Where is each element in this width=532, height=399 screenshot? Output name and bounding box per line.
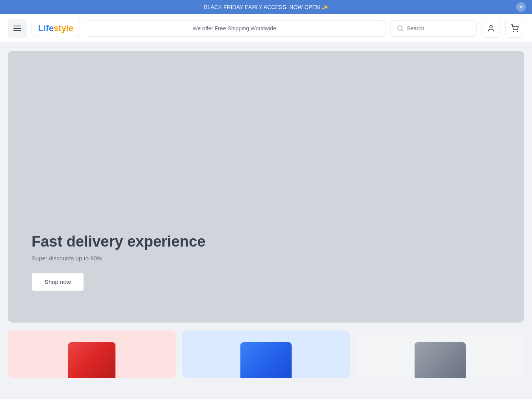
svg-point-2 [490,26,493,28]
cart-icon [511,24,519,32]
search-input[interactable] [407,25,470,32]
search-box[interactable] [390,20,477,37]
hero-content: Fast delivery experience Super discounts… [32,233,205,291]
header: Lifestyle We offer Free Shipping Worldwi… [0,14,532,43]
announcement-close-button[interactable]: × [516,2,526,12]
product-image-blue [240,342,292,378]
menu-button[interactable] [8,19,27,38]
logo-part1: Life [38,23,54,33]
shop-now-button[interactable]: Shop now [32,273,84,291]
svg-line-1 [402,30,403,31]
product-image-gray [415,342,466,378]
announcement-banner: BLACK FRIDAY EARLY ACCESS: NOW OPEN ✨ × [0,0,532,14]
user-icon [487,24,495,32]
svg-point-3 [513,31,514,32]
hamburger-icon [13,26,21,31]
products-preview [8,330,524,378]
account-button[interactable] [482,19,500,38]
hero-title: Fast delivery experience [32,233,205,251]
product-card[interactable] [8,330,176,378]
svg-point-4 [517,31,518,32]
shipping-info: We offer Free Shipping Worldwide. [85,20,385,37]
svg-point-0 [398,26,402,31]
hero-subtitle: Super discounts up to 90% [32,255,205,262]
hero-section: Fast delivery experience Super discounts… [8,51,524,323]
product-card[interactable] [356,330,524,378]
cart-button[interactable] [505,19,524,38]
shipping-text: We offer Free Shipping Worldwide. [192,25,277,32]
product-card[interactable] [182,330,350,378]
search-icon [397,24,404,32]
announcement-emoji: ✨ [322,4,328,10]
product-image-red [68,342,115,378]
announcement-text: BLACK FRIDAY EARLY ACCESS: NOW OPEN ✨ [204,4,328,10]
logo[interactable]: Lifestyle [32,20,80,37]
announcement-message: BLACK FRIDAY EARLY ACCESS: NOW OPEN [204,4,320,10]
logo-part2: style [54,23,73,33]
